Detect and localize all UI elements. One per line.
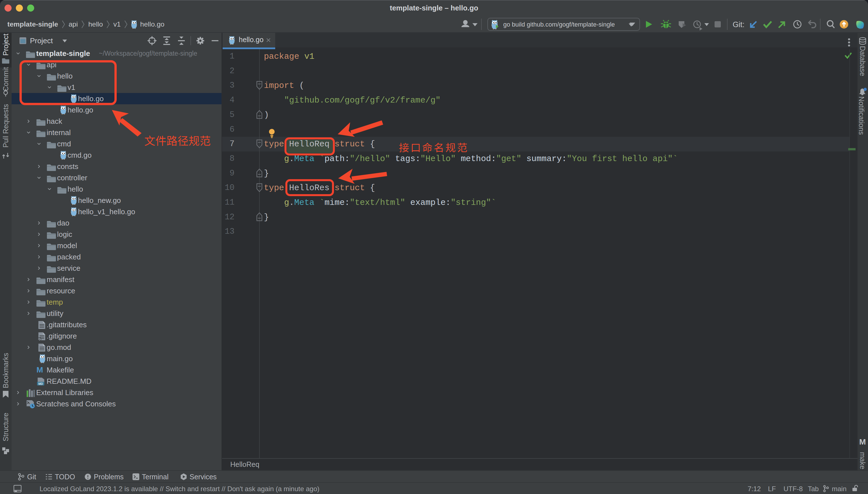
svg-text:Git:: Git: <box>733 20 745 29</box>
svg-text:MD: MD <box>38 382 43 385</box>
